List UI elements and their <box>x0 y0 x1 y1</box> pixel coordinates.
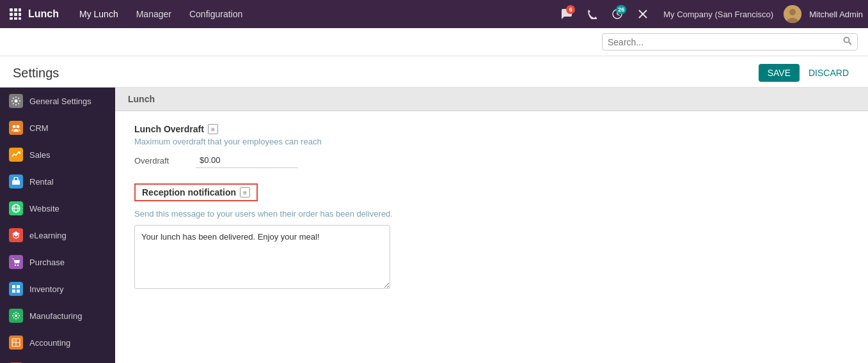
svg-rect-5 <box>19 13 21 16</box>
sidebar-item-payroll[interactable]: Payroll <box>0 356 115 363</box>
search-input[interactable] <box>608 37 843 47</box>
toolbar: SAVE DISCARD <box>759 64 855 82</box>
svg-point-13 <box>789 9 796 15</box>
nav-my-lunch[interactable]: My Lunch <box>72 5 126 23</box>
search-bar <box>0 28 868 56</box>
sidebar-item-rental[interactable]: Rental <box>0 168 115 195</box>
sidebar-label-general-settings: General Settings <box>29 97 91 106</box>
svg-point-24 <box>15 265 16 266</box>
svg-point-25 <box>17 265 19 266</box>
svg-text:$: $ <box>13 339 15 343</box>
save-button[interactable]: SAVE <box>759 64 800 82</box>
sidebar-label-purchase: Purchase <box>29 258 65 267</box>
svg-point-15 <box>844 38 849 43</box>
nav-configuration[interactable]: Configuration <box>182 5 250 23</box>
reception-label: Reception notification ≡ <box>134 183 258 201</box>
svg-rect-28 <box>12 285 15 288</box>
reception-label-wrap: Reception notification ≡ <box>134 183 849 205</box>
sidebar-item-sales[interactable]: Sales <box>0 141 115 168</box>
section-header: Lunch <box>115 88 868 111</box>
sidebar-label-crm: CRM <box>29 123 49 133</box>
svg-point-19 <box>17 125 20 128</box>
close-button[interactable] <box>633 4 653 24</box>
top-navigation: Lunch My Lunch Manager Configuration 6 2… <box>0 0 868 28</box>
svg-rect-6 <box>10 17 13 20</box>
app-name: Lunch <box>28 8 59 20</box>
nav-links: My Lunch Manager Configuration <box>72 5 556 23</box>
svg-point-30 <box>15 314 17 317</box>
accounting-icon: $ <box>9 336 23 350</box>
sidebar-label-sales: Sales <box>29 150 51 160</box>
reception-section: Reception notification ≡ Send this messa… <box>134 183 849 291</box>
reception-description: Send this message to your users when the… <box>134 209 849 219</box>
overdraft-row: Overdraft <box>134 153 849 168</box>
reception-info-icon[interactable]: ≡ <box>240 187 250 197</box>
sidebar-item-crm[interactable]: CRM <box>0 114 115 141</box>
inventory-icon <box>9 282 23 296</box>
nav-right-actions: 6 26 My Company (San Francisco) <box>556 4 863 24</box>
overdraft-input[interactable] <box>196 153 298 168</box>
app-grid-button[interactable] <box>5 4 26 24</box>
page-title: Settings <box>13 66 59 81</box>
elearning-icon <box>9 228 23 242</box>
discard-button[interactable]: DISCARD <box>802 64 855 82</box>
sidebar-item-elearning[interactable]: eLearning <box>0 222 115 249</box>
sidebar-item-purchase[interactable]: Purchase <box>0 249 115 275</box>
user-name: Mitchell Admin <box>809 10 863 19</box>
reception-message-textarea[interactable]: Your lunch has been delivered. Enjoy you… <box>134 225 390 289</box>
clock-button[interactable]: 26 <box>607 4 627 24</box>
svg-rect-0 <box>10 8 13 12</box>
svg-rect-8 <box>19 17 21 20</box>
overdraft-group: Lunch Overdraft ≡ Maximum overdraft that… <box>134 124 849 168</box>
svg-rect-1 <box>14 8 17 12</box>
sidebar-item-general-settings[interactable]: General Settings <box>0 88 115 114</box>
sidebar-item-accounting[interactable]: $ Accounting <box>0 329 115 356</box>
sidebar-item-website[interactable]: Website <box>0 195 115 222</box>
overdraft-label: Lunch Overdraft ≡ <box>134 124 849 134</box>
company-name: My Company (San Francisco) <box>663 10 773 19</box>
sidebar-label-website: Website <box>29 204 59 213</box>
svg-rect-4 <box>14 13 17 16</box>
general-settings-icon <box>9 94 23 108</box>
settings-header: Settings SAVE DISCARD <box>0 56 868 88</box>
phone-button[interactable] <box>581 4 602 24</box>
crm-icon <box>9 121 23 135</box>
sidebar: General Settings CRM Sales <box>0 88 115 363</box>
svg-rect-29 <box>17 285 20 288</box>
manufacturing-icon <box>9 309 23 323</box>
svg-rect-26 <box>12 290 15 293</box>
overdraft-field-label: Overdraft <box>134 156 185 166</box>
svg-line-16 <box>849 42 851 45</box>
search-icon <box>843 36 852 47</box>
search-wrap[interactable] <box>602 33 858 50</box>
svg-rect-3 <box>10 13 13 16</box>
chat-badge: 6 <box>566 5 575 14</box>
svg-rect-2 <box>19 8 21 12</box>
svg-rect-20 <box>12 180 20 185</box>
svg-point-18 <box>13 125 16 128</box>
svg-rect-7 <box>14 17 17 20</box>
user-avatar[interactable] <box>784 5 801 23</box>
clock-badge: 26 <box>616 5 626 14</box>
website-icon <box>9 201 23 215</box>
rental-icon <box>9 174 23 189</box>
nav-manager[interactable]: Manager <box>129 5 179 23</box>
sidebar-label-elearning: eLearning <box>29 231 67 240</box>
chat-button[interactable]: 6 <box>556 4 576 24</box>
overdraft-info-icon[interactable]: ≡ <box>208 124 218 134</box>
content-area: Lunch Lunch Overdraft ≡ Maximum overdraf… <box>115 88 868 363</box>
svg-rect-27 <box>17 290 20 293</box>
sales-icon <box>9 148 23 162</box>
main-layout: General Settings CRM Sales <box>0 88 868 363</box>
sidebar-item-manufacturing[interactable]: Manufacturing <box>0 302 115 329</box>
section-body: Lunch Overdraft ≡ Maximum overdraft that… <box>115 111 868 304</box>
svg-point-17 <box>15 100 18 103</box>
sidebar-item-inventory[interactable]: Inventory <box>0 275 115 302</box>
sidebar-label-rental: Rental <box>29 177 54 187</box>
purchase-icon <box>9 255 23 269</box>
sidebar-label-manufacturing: Manufacturing <box>29 311 82 321</box>
sidebar-label-accounting: Accounting <box>29 338 70 348</box>
sidebar-label-inventory: Inventory <box>29 284 63 294</box>
overdraft-description: Maximum overdraft that your employees ca… <box>134 137 849 146</box>
